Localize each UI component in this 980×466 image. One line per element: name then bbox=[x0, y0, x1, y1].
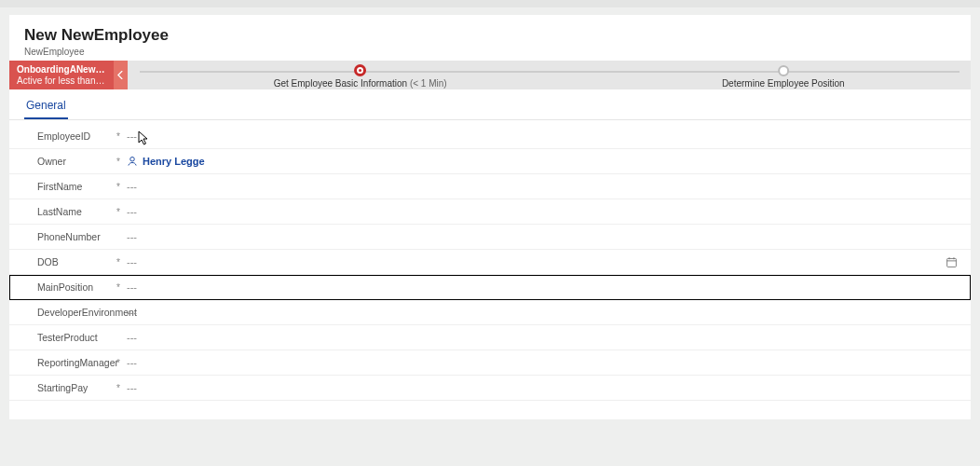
business-process-flow: OnboardingANewEmplo… Active for less tha… bbox=[9, 61, 971, 89]
required-marker: * bbox=[112, 257, 125, 267]
field-label: LastName bbox=[37, 206, 112, 217]
field-input[interactable]: Henry Legge bbox=[125, 152, 954, 171]
required-marker: * bbox=[112, 358, 125, 368]
field-input[interactable]: --- bbox=[125, 227, 954, 246]
field-mainPosition[interactable]: MainPosition*--- bbox=[9, 275, 971, 300]
field-label: PhoneNumber bbox=[37, 231, 112, 242]
entity-name: NewEmployee bbox=[24, 47, 956, 57]
field-input[interactable]: --- bbox=[125, 328, 954, 347]
required-marker: * bbox=[112, 207, 125, 217]
required-marker: * bbox=[112, 182, 125, 192]
page-title: New NewEmployee bbox=[24, 26, 956, 45]
field-input[interactable]: --- bbox=[125, 127, 954, 145]
field-value: --- bbox=[127, 357, 137, 368]
field-devEnv[interactable]: DeveloperEnvironment--- bbox=[9, 300, 971, 325]
field-startingPay[interactable]: StartingPay*--- bbox=[9, 376, 971, 401]
field-phoneNumber[interactable]: PhoneNumber--- bbox=[9, 225, 971, 250]
process-flow-pill[interactable]: OnboardingANewEmplo… Active for less tha… bbox=[9, 61, 114, 89]
stage-label: Get Employee Basic Information (< 1 Min) bbox=[274, 78, 447, 89]
required-marker: * bbox=[112, 282, 125, 293]
record-page: New NewEmployee NewEmployee OnboardingAN… bbox=[9, 15, 971, 419]
field-value: --- bbox=[127, 206, 137, 217]
person-icon bbox=[127, 156, 138, 167]
field-dob[interactable]: DOB*--- bbox=[9, 250, 971, 275]
field-value: --- bbox=[127, 307, 137, 318]
field-value: --- bbox=[127, 281, 137, 293]
owner-link[interactable]: Henry Legge bbox=[143, 156, 205, 167]
process-status: Active for less than one mi… bbox=[17, 75, 106, 87]
required-marker: * bbox=[112, 157, 125, 167]
field-input[interactable]: --- bbox=[125, 177, 954, 196]
field-firstName[interactable]: FirstName*--- bbox=[9, 174, 971, 199]
field-input[interactable]: --- bbox=[125, 253, 954, 271]
stage-position[interactable]: Determine Employee Position bbox=[722, 61, 845, 89]
stage-dot-icon bbox=[778, 65, 789, 76]
field-input[interactable]: --- bbox=[125, 378, 954, 397]
field-label: DOB bbox=[37, 256, 112, 267]
svg-point-0 bbox=[130, 158, 135, 162]
form-body: EmployeeID*---Owner*Henry LeggeFirstName… bbox=[9, 120, 971, 419]
field-employeeId[interactable]: EmployeeID*--- bbox=[9, 124, 971, 149]
field-label: TesterProduct bbox=[37, 332, 112, 343]
field-value: --- bbox=[127, 332, 137, 343]
field-value: --- bbox=[127, 231, 137, 242]
record-header: New NewEmployee NewEmployee bbox=[9, 15, 971, 61]
chevron-left-icon bbox=[117, 71, 124, 79]
field-input[interactable]: --- bbox=[125, 202, 954, 221]
field-label: Owner bbox=[37, 156, 112, 167]
field-label: MainPosition bbox=[37, 281, 112, 293]
stage-basic[interactable]: Get Employee Basic Information (< 1 Min) bbox=[274, 61, 447, 89]
stage-dot-icon bbox=[354, 64, 366, 76]
field-input[interactable]: --- bbox=[125, 278, 954, 296]
field-label: FirstName bbox=[37, 181, 112, 192]
field-value: --- bbox=[127, 130, 137, 142]
process-name: OnboardingANewEmplo… bbox=[17, 64, 106, 75]
form-tabs: General bbox=[9, 89, 971, 120]
required-marker: * bbox=[112, 383, 125, 393]
calendar-icon[interactable] bbox=[946, 256, 958, 271]
field-label: StartingPay bbox=[37, 382, 112, 393]
stage-label: Determine Employee Position bbox=[722, 78, 845, 89]
field-label: EmployeeID bbox=[37, 130, 112, 142]
field-owner[interactable]: Owner*Henry Legge bbox=[9, 149, 971, 174]
field-reportingMgr[interactable]: ReportingManager*--- bbox=[9, 350, 971, 376]
field-value: --- bbox=[127, 256, 137, 267]
field-value: --- bbox=[127, 382, 137, 393]
field-input[interactable]: --- bbox=[125, 303, 954, 322]
field-label: ReportingManager bbox=[37, 357, 112, 368]
required-marker: * bbox=[112, 131, 125, 142]
field-input[interactable]: --- bbox=[125, 353, 954, 372]
field-testerProduct[interactable]: TesterProduct--- bbox=[9, 325, 971, 350]
tab-general[interactable]: General bbox=[24, 93, 68, 119]
svg-rect-1 bbox=[947, 258, 957, 267]
field-lastName[interactable]: LastName*--- bbox=[9, 199, 971, 225]
process-collapse-button[interactable] bbox=[114, 61, 128, 89]
field-value: --- bbox=[127, 181, 137, 192]
field-label: DeveloperEnvironment bbox=[37, 307, 112, 318]
